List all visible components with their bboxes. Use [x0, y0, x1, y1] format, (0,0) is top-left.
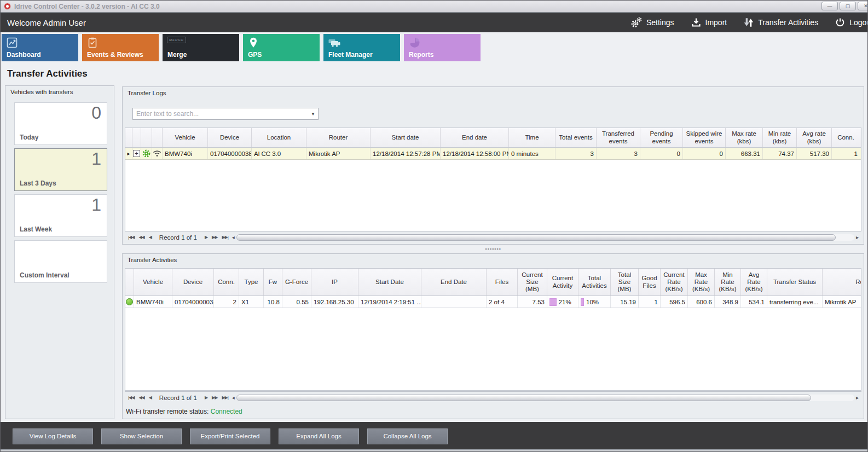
- transfer-activities-table: VehicleDeviceConn.TypeFwG-ForceIPStart D…: [125, 268, 861, 391]
- column-header[interactable]: Current Activity: [547, 269, 578, 295]
- tab-reports[interactable]: Reports: [404, 34, 481, 61]
- column-header[interactable]: Device: [208, 128, 252, 147]
- column-header[interactable]: Total events: [555, 128, 597, 147]
- column-header[interactable]: Max rate (kbs): [726, 128, 763, 147]
- first-page-icon[interactable]: |◀◀: [128, 235, 134, 240]
- column-header[interactable]: Current Size (MB): [518, 269, 547, 295]
- tab-reports-label: Reports: [409, 51, 433, 59]
- column-header[interactable]: End date: [441, 128, 509, 147]
- tab-events-reviews[interactable]: Events & Reviews: [82, 34, 159, 61]
- column-header[interactable]: Time: [509, 128, 555, 147]
- maximize-button[interactable]: ▢: [840, 2, 856, 10]
- horizontal-scrollbar[interactable]: [236, 395, 854, 401]
- column-header[interactable]: Files: [487, 269, 518, 295]
- card-custom-interval[interactable]: Custom Interval: [14, 240, 107, 283]
- column-header[interactable]: Max Rate (KB/s): [688, 269, 715, 295]
- column-header[interactable]: Start date: [371, 128, 441, 147]
- import-button[interactable]: Import: [691, 17, 727, 28]
- column-header[interactable]: IP: [311, 269, 358, 295]
- column-header[interactable]: Type: [239, 269, 264, 295]
- table-row[interactable]: ▸+BMW740i017040000038Al CC 3.0Mikrotik A…: [125, 148, 861, 160]
- next-page-icon[interactable]: ▶: [205, 395, 207, 400]
- chevron-down-icon[interactable]: ▼: [308, 112, 318, 117]
- collapse-all-logs-button[interactable]: Collapse All Logs: [367, 428, 448, 444]
- column-header[interactable]: Min Rate (KB/s): [715, 269, 741, 295]
- column-header[interactable]: Location: [252, 128, 306, 147]
- column-header[interactable]: Avg rate (kbs): [797, 128, 832, 147]
- close-button[interactable]: ✕: [858, 2, 868, 10]
- tab-dashboard[interactable]: Dashboard: [2, 34, 78, 61]
- tab-merge[interactable]: MERGE Merge: [163, 34, 239, 61]
- column-header[interactable]: Skipped wire events: [683, 128, 726, 147]
- expand-all-logs-button[interactable]: Expand All Logs: [279, 428, 359, 444]
- fast-prev-icon[interactable]: ◀◀: [138, 235, 144, 240]
- transfer-activities-button[interactable]: Transfer Activities: [743, 17, 818, 28]
- card-last-week[interactable]: 1 Last Week: [14, 194, 107, 237]
- settings-gears-icon: [630, 16, 643, 28]
- column-header[interactable]: Conn.: [832, 128, 860, 147]
- column-header[interactable]: G-Force: [282, 269, 311, 295]
- column-header[interactable]: End Date: [421, 269, 487, 295]
- column-header[interactable]: Fw: [264, 269, 282, 295]
- first-page-icon[interactable]: |◀◀: [128, 395, 134, 400]
- search-input[interactable]: [133, 110, 308, 118]
- scroll-left-icon[interactable]: ◂: [232, 395, 235, 401]
- scroll-right-icon[interactable]: ▸: [856, 395, 859, 401]
- transfer-arrows-icon: [743, 17, 754, 28]
- horizontal-scrollbar[interactable]: [236, 234, 854, 241]
- column-header[interactable]: Router: [823, 269, 861, 295]
- column-header[interactable]: Start Date: [358, 269, 421, 295]
- import-label: Import: [705, 18, 727, 27]
- column-header[interactable]: Transfer Status: [767, 269, 823, 295]
- panel-splitter[interactable]: ▪▪▪▪▪▪▪: [122, 245, 864, 253]
- last-page-icon[interactable]: ▶▶|: [222, 395, 228, 400]
- column-header[interactable]: Vehicle: [163, 128, 208, 147]
- fast-next-icon[interactable]: ▶▶: [212, 235, 217, 240]
- column-header[interactable]: Conn.: [214, 269, 239, 295]
- card-last-3-days[interactable]: 1 Last 3 Days: [14, 148, 107, 191]
- record-count: Record 1 of 1: [159, 234, 197, 241]
- show-selection-button[interactable]: Show Selection: [101, 428, 182, 444]
- view-log-details-button[interactable]: View Log Details: [13, 428, 93, 444]
- card-today[interactable]: 0 Today: [14, 102, 107, 145]
- scroll-right-icon[interactable]: ▸: [856, 234, 859, 240]
- column-header[interactable]: Pending events: [640, 128, 683, 147]
- prev-page-icon[interactable]: ◀: [149, 235, 152, 240]
- fast-next-icon[interactable]: ▶▶: [212, 395, 217, 400]
- column-header[interactable]: Device: [172, 269, 214, 295]
- bottom-toolbar: View Log Details Show Selection Export/P…: [1, 422, 867, 450]
- column-header[interactable]: Router: [306, 128, 371, 147]
- column-header[interactable]: Min rate (kbs): [763, 128, 797, 147]
- column-header[interactable]: Avg Rate (KB/s): [741, 269, 767, 295]
- minimize-button[interactable]: —: [821, 2, 838, 10]
- page-title: Transfer Activities: [7, 68, 867, 79]
- last-page-icon[interactable]: ▶▶|: [222, 235, 228, 240]
- column-header[interactable]: Total Activities: [578, 269, 611, 295]
- column-header[interactable]: Total Size (MB): [611, 269, 639, 295]
- scrollbar-thumb[interactable]: [236, 234, 836, 241]
- card-last-3-days-count: 1: [91, 149, 101, 169]
- scroll-left-icon[interactable]: ◂: [232, 234, 235, 240]
- settings-button[interactable]: Settings: [630, 16, 674, 28]
- tab-fleet-manager[interactable]: Fleet Manager: [323, 34, 400, 61]
- prev-page-icon[interactable]: ◀: [149, 395, 152, 400]
- table-row[interactable]: BMW740i0170400000382X110.80.55192.168.25…: [125, 296, 861, 308]
- column-header[interactable]: Vehicle: [134, 269, 172, 295]
- next-page-icon[interactable]: ▶: [205, 235, 207, 240]
- expand-icon[interactable]: +: [133, 150, 140, 157]
- fast-prev-icon[interactable]: ◀◀: [138, 395, 144, 400]
- transfer-activities-pager: |◀◀ ◀◀ ◀ Record 1 of 1 ▶ ▶▶ ▶▶| ◂ ▸: [125, 391, 861, 403]
- wifi-status-line: Wi-Fi transfer remote status: Connected: [126, 408, 242, 415]
- column-header[interactable]: Transferred events: [597, 128, 640, 147]
- export-print-selected-button[interactable]: Export/Print Selected: [190, 428, 270, 444]
- column-header[interactable]: Current Rate (KB/s): [661, 269, 688, 295]
- column-header[interactable]: Good Files: [639, 269, 661, 295]
- scrollbar-thumb[interactable]: [236, 395, 811, 401]
- tab-gps[interactable]: GPS: [243, 34, 320, 61]
- progress-bar: [581, 298, 584, 306]
- merge-icon: MERGE: [167, 37, 186, 43]
- column-header-empty: [141, 128, 152, 147]
- vehicles-with-transfers-panel: Vehicles with transfers 0 Today 1 Last 3…: [5, 85, 114, 419]
- transfer-activities-title: Transfer Activities: [123, 254, 864, 263]
- logout-button[interactable]: Logout: [835, 17, 868, 28]
